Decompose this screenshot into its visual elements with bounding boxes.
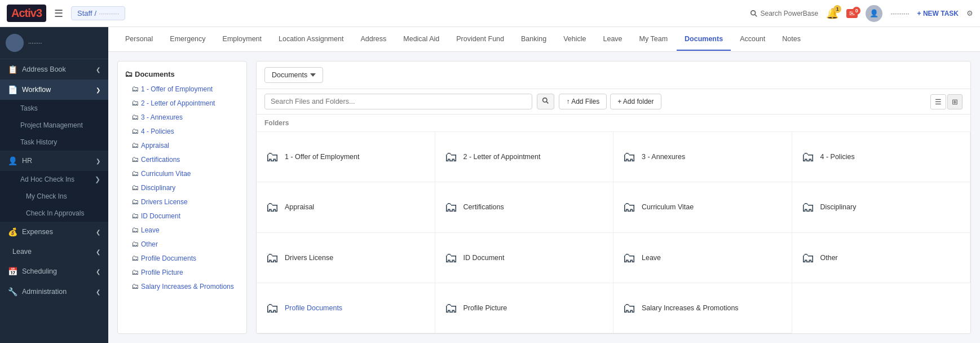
tab-leave[interactable]: Leave xyxy=(595,28,630,51)
tab-provident-fund[interactable]: Provident Fund xyxy=(448,28,512,51)
folder-card[interactable]: 🗂ID Document xyxy=(435,233,614,283)
sidebar-item-leave[interactable]: Leave ❮ xyxy=(0,242,108,261)
folder-card-icon: 🗂 xyxy=(623,250,636,266)
tab-personal[interactable]: Personal xyxy=(117,28,161,51)
folder-card[interactable]: 🗂Disciplinary xyxy=(792,182,971,232)
tree-item-label: Profile Documents xyxy=(141,254,196,262)
search-icon xyxy=(542,97,549,104)
tree-item[interactable]: 🗂Disciplinary xyxy=(118,181,246,195)
folder-card[interactable]: 🗂Appraisal xyxy=(257,182,435,232)
hr-chevron-icon: ❯ xyxy=(96,158,100,164)
documents-dropdown-button[interactable]: Documents xyxy=(264,67,323,83)
tab-emergency[interactable]: Emergency xyxy=(162,28,213,51)
folder-card[interactable]: 🗂Certifications xyxy=(435,182,614,232)
folder-card[interactable]: 🗂Other xyxy=(792,233,971,283)
tab-documents[interactable]: Documents xyxy=(677,28,731,51)
tab-banking[interactable]: Banking xyxy=(513,28,554,51)
folder-card[interactable]: 🗂3 - Annexures xyxy=(613,132,792,182)
workflow-submenu: Tasks Project Management Task History xyxy=(0,100,108,151)
folder-card[interactable]: 🗂1 - Offer of Employment xyxy=(257,132,435,182)
tree-item[interactable]: 🗂Drivers License xyxy=(118,195,246,209)
folder-card[interactable]: 🗂Drivers License xyxy=(257,233,435,283)
chevron-down-icon: ❯ xyxy=(96,87,100,93)
tree-item[interactable]: 🗂1 - Offer of Employment xyxy=(118,82,246,96)
sidebar-item-workflow[interactable]: 📄 Workflow ❯ xyxy=(0,80,108,100)
sidebar-item-project-management[interactable]: Project Management xyxy=(0,117,108,134)
notification-bell[interactable]: 🔔 1 xyxy=(826,7,838,20)
user-name[interactable]: ·········· xyxy=(890,10,909,17)
tree-item[interactable]: 🗂ID Document xyxy=(118,209,246,223)
tab-vehicle[interactable]: Vehicle xyxy=(555,28,594,51)
sidebar-item-task-history[interactable]: Task History xyxy=(0,134,108,151)
add-files-button[interactable]: ↑ Add Files xyxy=(559,94,607,109)
sidebar-item-tasks[interactable]: Tasks xyxy=(0,100,108,117)
tab-my-team[interactable]: My Team xyxy=(632,28,676,51)
search-button[interactable] xyxy=(537,94,554,109)
folder-card[interactable]: 🗂4 - Policies xyxy=(792,132,971,182)
avatar[interactable]: 👤 xyxy=(866,5,882,22)
tab-account[interactable]: Account xyxy=(732,28,773,51)
docs-panel: Documents ↑ Add Files + Add folder xyxy=(256,61,971,334)
sidebar-item-my-check-ins[interactable]: My Check Ins xyxy=(0,188,108,205)
dropdown-chevron-icon xyxy=(310,72,316,78)
folder-card-name: Profile Picture xyxy=(463,304,507,312)
workflow-icon: 📄 xyxy=(8,85,17,94)
folder-card[interactable]: 🗂Salary Increases & Promotions xyxy=(613,283,792,333)
folder-card-icon: 🗂 xyxy=(444,149,458,165)
tab-employment[interactable]: Employment xyxy=(215,28,270,51)
folder-icon: 🗂 xyxy=(131,254,139,262)
folder-card[interactable]: 🗂Profile Documents xyxy=(257,283,435,333)
search-input[interactable] xyxy=(264,94,532,109)
folder-card[interactable]: 🗂2 - Letter of Appointment xyxy=(435,132,614,182)
list-view-button[interactable]: ☰ xyxy=(930,94,946,109)
sidebar-item-scheduling[interactable]: 📅 Scheduling ❮ xyxy=(0,261,108,282)
sidebar-item-administration[interactable]: 🔧 Administration ❮ xyxy=(0,282,108,302)
settings-icon[interactable]: ⚙ xyxy=(966,9,973,17)
documents-area: 🗂 Documents 🗂1 - Offer of Employment🗂2 -… xyxy=(108,52,980,343)
tree-item[interactable]: 🗂4 - Policies xyxy=(118,124,246,138)
tree-item[interactable]: 🗂Salary Increases & Promotions xyxy=(118,279,246,293)
folder-icon: 🗂 xyxy=(131,240,139,248)
view-toggle: ☰ ⊞ xyxy=(930,94,963,109)
tree-item[interactable]: 🗂Leave xyxy=(118,223,246,237)
tree-item[interactable]: 🗂Curriculum Vitae xyxy=(118,166,246,181)
tree-items: 🗂1 - Offer of Employment🗂2 - Letter of A… xyxy=(118,82,246,293)
sidebar-item-check-in-approvals[interactable]: Check In Approvals xyxy=(0,205,108,222)
message-icon[interactable]: ✉ 0 xyxy=(846,9,858,17)
folder-card-name: Curriculum Vitae xyxy=(642,203,694,211)
tree-item[interactable]: 🗂Other xyxy=(118,237,246,251)
menu-icon[interactable]: ☰ xyxy=(52,5,65,22)
folder-card-name: Profile Documents xyxy=(285,304,342,312)
sidebar-item-ad-hoc[interactable]: Ad Hoc Check Ins ❯ xyxy=(0,171,108,188)
sidebar-item-address-book[interactable]: 📋 Address Book ❮ xyxy=(0,59,108,80)
tab-location-assignment[interactable]: Location Assignment xyxy=(271,28,351,51)
tree-item[interactable]: 🗂Appraisal xyxy=(118,138,246,152)
notification-count: 1 xyxy=(833,5,841,13)
search-powerbase[interactable]: Search PowerBase xyxy=(750,10,818,17)
breadcrumb[interactable]: Staff / ·········· xyxy=(71,6,125,20)
ad-hoc-chevron-icon: ❯ xyxy=(95,175,100,183)
sidebar-item-expenses[interactable]: 💰 Expenses ❮ xyxy=(0,222,108,242)
grid-view-button[interactable]: ⊞ xyxy=(947,94,963,109)
tree-item-label: 3 - Annexures xyxy=(141,113,183,121)
folder-card[interactable]: 🗂Curriculum Vitae xyxy=(613,182,792,232)
tab-medical-aid[interactable]: Medical Aid xyxy=(395,28,447,51)
tab-address[interactable]: Address xyxy=(352,28,394,51)
tree-item[interactable]: 🗂Profile Picture xyxy=(118,265,246,279)
folder-card[interactable]: 🗂Profile Picture xyxy=(435,283,614,333)
folder-icon: 🗂 xyxy=(131,127,139,135)
folder-card-name: Salary Increases & Promotions xyxy=(642,304,739,312)
tree-item[interactable]: 🗂3 - Annexures xyxy=(118,110,246,124)
tree-item[interactable]: 🗂Profile Documents xyxy=(118,251,246,265)
tab-notes[interactable]: Notes xyxy=(774,28,809,51)
new-task-button[interactable]: + NEW TASK xyxy=(917,10,959,17)
add-folder-button[interactable]: + Add folder xyxy=(610,94,661,109)
tree-item[interactable]: 🗂Certifications xyxy=(118,152,246,166)
svg-line-3 xyxy=(547,102,549,103)
expenses-chevron-icon: ❮ xyxy=(96,229,100,235)
sidebar-user-name: ········ xyxy=(28,39,42,46)
folder-card[interactable]: 🗂Leave xyxy=(613,233,792,283)
sidebar-item-hr[interactable]: 👤 HR ❯ xyxy=(0,151,108,171)
tree-item[interactable]: 🗂2 - Letter of Appointment xyxy=(118,96,246,110)
breadcrumb-sep: / xyxy=(95,9,97,17)
